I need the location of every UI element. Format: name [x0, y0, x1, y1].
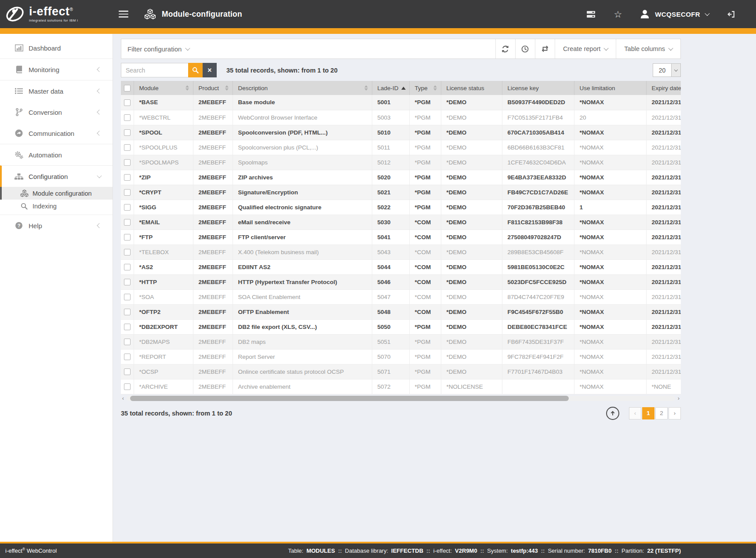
- scrollbar-thumb[interactable]: [130, 396, 569, 401]
- page-size-select[interactable]: 20: [653, 63, 681, 77]
- table-row[interactable]: *BASE2MEBEFFBase module5001*PGM*DEMOB509…: [121, 95, 681, 110]
- table-row[interactable]: *SIGG2MEBEFFQualified electronic signatu…: [121, 200, 681, 215]
- sidebar-item-communication[interactable]: Communication: [0, 123, 113, 144]
- scroll-to-top-button[interactable]: [606, 407, 619, 420]
- cell-type: *PGM: [409, 349, 441, 364]
- row-checkbox[interactable]: [124, 114, 131, 121]
- app-logo[interactable]: i-effect® integrated solutions for IBM i: [5, 4, 101, 24]
- cell-product: 2MEBEFF: [193, 244, 233, 259]
- history-button[interactable]: [515, 39, 535, 58]
- column-header-module[interactable]: Module: [134, 81, 193, 95]
- row-checkbox[interactable]: [124, 294, 131, 300]
- favorites-button[interactable]: ☆: [604, 5, 631, 23]
- row-checkbox[interactable]: [124, 144, 131, 151]
- sidebar-item-automation[interactable]: Automation: [0, 144, 113, 165]
- search-input[interactable]: [121, 63, 188, 77]
- sidebar-item-conversion[interactable]: Conversion: [0, 102, 113, 123]
- username: WCQSECOFR: [655, 11, 700, 18]
- table-row[interactable]: *OFTP22MEBEFFOFTP Enablement5048*COM*DEM…: [121, 304, 681, 319]
- column-header-product[interactable]: Product: [193, 81, 233, 95]
- row-checkbox[interactable]: [124, 99, 131, 106]
- sidebar-item-monitoring[interactable]: Monitoring: [0, 58, 113, 80]
- column-header-lade-id[interactable]: Lade-ID: [372, 81, 409, 95]
- sidebar-item-configuration[interactable]: Configuration: [0, 165, 113, 187]
- table-row[interactable]: *WEBCTRL2MEBEFFWebControl Browser Interf…: [121, 110, 681, 125]
- cell-license-key: F9C4545F672F55B0: [502, 304, 574, 319]
- row-checkbox[interactable]: [124, 264, 131, 270]
- row-checkbox[interactable]: [124, 309, 131, 315]
- row-checkbox[interactable]: [124, 368, 131, 375]
- sidebar-item-master-data[interactable]: Master data: [0, 80, 113, 102]
- row-checkbox[interactable]: [124, 339, 131, 345]
- cell-product: 2MEBEFF: [193, 349, 233, 364]
- search-button[interactable]: [188, 63, 203, 77]
- repeat-button[interactable]: [535, 39, 555, 58]
- cell-description: ZIP archives: [233, 170, 372, 185]
- sidebar-item-indexing[interactable]: Indexing: [0, 200, 113, 212]
- row-checkbox-cell: [121, 215, 134, 230]
- pagination-prev-button[interactable]: ‹: [629, 407, 641, 419]
- table-row[interactable]: *REPORT2MEBEFFReport Server5070*PGM*DEMO…: [121, 349, 681, 364]
- column-header-type[interactable]: Type: [409, 81, 441, 95]
- scroll-right-icon[interactable]: ›: [676, 395, 681, 401]
- table-row[interactable]: *SPOOLMAPS2MEBEFFSpoolmaps5012*PGM*DEMO1…: [121, 155, 681, 170]
- table-row[interactable]: *SOA2MEBEFFSOA Client Enablement5047*COM…: [121, 289, 681, 304]
- question-icon: ?: [14, 222, 24, 229]
- table-row[interactable]: *CRYPT2MEBEFFSignature/Encryption5021*PG…: [121, 185, 681, 200]
- row-checkbox[interactable]: [124, 324, 131, 330]
- row-checkbox[interactable]: [124, 383, 131, 390]
- logout-button[interactable]: [718, 5, 745, 23]
- row-checkbox[interactable]: [124, 129, 131, 136]
- table-row[interactable]: *OCSP2MEBEFFOnlince certificate status p…: [121, 364, 681, 379]
- row-checkbox[interactable]: [124, 354, 131, 360]
- scrollbar-track[interactable]: [127, 396, 675, 401]
- table-columns-button[interactable]: Table columns: [616, 39, 680, 58]
- table-row[interactable]: *SPOOL2MEBEFFSpoolconversion (PDF, HTML.…: [121, 125, 681, 140]
- table-row[interactable]: *EMAIL2MEBEFFeMail send/receive5030*COM*…: [121, 215, 681, 230]
- cell-product: 2MEBEFF: [193, 230, 233, 244]
- cell-license-status: *DEMO: [441, 259, 502, 274]
- table-row[interactable]: *DB2MAPS2MEBEFFDB2 maps5051*PGM*DEMOFB6F…: [121, 334, 681, 349]
- sidebar-item-module-configuration[interactable]: Module configuration: [0, 187, 113, 200]
- cell-expiry-date: 2021/12/31: [646, 110, 681, 125]
- user-menu[interactable]: WCQSECOFR: [631, 9, 718, 19]
- cell-description: HTTP (Hypertext Transfer Protocol): [233, 274, 372, 289]
- cell-description: DB2 file export (XLS, CSV...): [233, 319, 372, 334]
- row-checkbox[interactable]: [124, 279, 131, 285]
- cell-module: *ARCHIVE: [134, 379, 193, 394]
- table-row[interactable]: *HTTP2MEBEFFHTTP (Hypertext Transfer Pro…: [121, 274, 681, 289]
- cell-expiry-date: 2021/12/31: [646, 259, 681, 274]
- cell-use-limitation: *NOMAX: [574, 185, 646, 200]
- pagination-page-button[interactable]: 1: [642, 407, 654, 419]
- sidebar-item-dashboard[interactable]: Dashboard: [0, 37, 113, 58]
- table-row[interactable]: *DB2EXPORT2MEBEFFDB2 file export (XLS, C…: [121, 319, 681, 334]
- row-checkbox[interactable]: [124, 189, 131, 196]
- menu-toggle-icon[interactable]: [116, 8, 131, 20]
- row-checkbox[interactable]: [124, 204, 131, 211]
- cell-type: *PGM: [409, 364, 441, 379]
- pagination-page-button[interactable]: 2: [655, 407, 668, 419]
- table-row[interactable]: *TELEBOX2MEBEFFX.400 (Telekom business m…: [121, 244, 681, 259]
- table-row[interactable]: *ZIP2MEBEFFZIP archives5020*PGM*DEMO9E4B…: [121, 170, 681, 185]
- row-checkbox-cell: [121, 244, 134, 259]
- row-checkbox[interactable]: [124, 249, 131, 255]
- table-row[interactable]: *FTP2MEBEFFFTP client/server5041*COM*DEM…: [121, 230, 681, 244]
- filter-configuration-toggle[interactable]: Filter configuration: [121, 45, 189, 53]
- scroll-left-icon[interactable]: ‹: [121, 395, 125, 401]
- sidebar-item-help[interactable]: ? Help: [0, 215, 113, 236]
- clear-search-button[interactable]: ×: [203, 63, 217, 77]
- table-row[interactable]: *ARCHIVE2MEBEFFArchive enablement5072*PG…: [121, 379, 681, 394]
- row-checkbox[interactable]: [124, 234, 131, 241]
- server-button[interactable]: [578, 5, 604, 23]
- refresh-button[interactable]: [495, 39, 515, 58]
- chevron-left-icon: [97, 223, 102, 228]
- row-checkbox[interactable]: [124, 219, 131, 226]
- table-row[interactable]: *AS22MEBEFFEDIINT AS25044*COM*DEMO5981BE…: [121, 259, 681, 274]
- select-all-checkbox[interactable]: [124, 85, 131, 91]
- row-checkbox[interactable]: [124, 174, 131, 181]
- column-header-description[interactable]: Description: [233, 81, 372, 95]
- row-checkbox[interactable]: [124, 159, 131, 166]
- table-row[interactable]: *SPOOLPLUS2MEBEFFSpoolconversion plus (P…: [121, 140, 681, 155]
- pagination-next-button[interactable]: ›: [669, 407, 681, 419]
- create-report-button[interactable]: Create report: [555, 39, 616, 58]
